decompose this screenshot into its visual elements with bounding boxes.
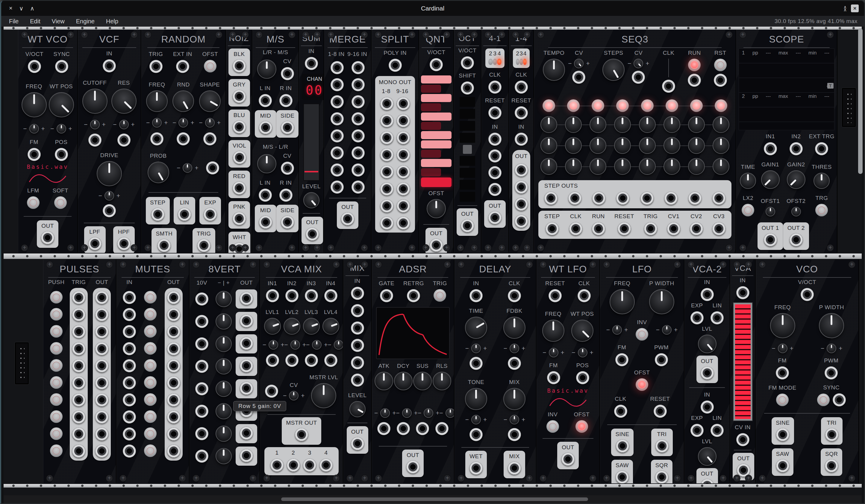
jack-port[interactable] [88,133,102,146]
row-2-out-port[interactable] [240,314,253,327]
atk-knob[interactable] [374,372,393,390]
horizontal-scrollbar-handle[interactable] [281,497,588,501]
saw-port-box[interactable]: SAW [611,460,633,483]
octave-step[interactable] [460,168,475,178]
out-port-box[interactable]: OUT [426,228,447,253]
smth-port-box[interactable]: SMTH [151,228,177,253]
row-3-out-box[interactable] [235,334,257,353]
steps-knob[interactable] [602,59,625,81]
trim-knob[interactable] [29,124,39,133]
row-1-out-port[interactable] [240,292,253,305]
out-13-port[interactable] [380,199,393,212]
jack-8-port[interactable] [95,410,108,423]
trim-knob[interactable] [510,415,519,424]
gain1-knob[interactable] [761,170,780,189]
step-outs-4-port[interactable] [616,191,630,205]
step-outs-1-port[interactable] [544,191,557,205]
in-16-port[interactable] [351,180,365,194]
step-outs-3-port[interactable] [592,191,606,205]
trim-knob[interactable] [178,118,188,128]
jack-7-port[interactable] [72,393,85,407]
reset-port[interactable] [515,106,528,119]
step-port[interactable] [545,222,559,235]
cv-in-port[interactable] [736,433,749,446]
trim-knob[interactable] [90,120,100,129]
jack-port[interactable] [266,354,279,367]
jack-10-port[interactable] [95,444,108,458]
clk-port[interactable] [488,81,501,94]
jack-port[interactable] [377,422,390,435]
jack-7-port[interactable] [95,393,108,407]
jack-8-port[interactable] [167,410,180,423]
step-3-knob[interactable] [590,158,606,175]
exp-port[interactable] [690,311,704,325]
fm-mode-button[interactable] [776,394,789,406]
p-width-knob[interactable] [819,313,844,338]
lx2-button[interactable] [742,204,754,216]
jack-9-port[interactable] [95,427,108,441]
step-outs-6-port[interactable] [665,191,678,205]
jack-port[interactable] [435,422,449,435]
clk-port[interactable] [578,289,591,302]
exp-port-box[interactable]: EXP [199,197,221,224]
fm-port[interactable] [776,366,789,379]
channel-4-led[interactable] [523,59,527,65]
jack-port[interactable] [305,354,318,367]
out-10-port[interactable] [397,165,410,178]
ext-in-port[interactable] [176,60,189,73]
row-10-port[interactable] [123,444,136,458]
jack-8-port[interactable] [72,410,85,423]
side-port[interactable] [281,121,294,134]
row-1-out-box[interactable] [235,290,257,308]
lvl-knob[interactable] [698,447,716,466]
pos-port[interactable] [576,371,589,384]
black-key[interactable] [421,122,441,130]
cv1-port[interactable] [667,222,680,235]
trigger-marker[interactable]: T [827,83,833,89]
jack-port[interactable] [150,132,163,145]
row-2-gain-knob[interactable] [216,313,232,329]
trim-knob[interactable] [152,118,162,128]
soft-button[interactable] [54,196,67,209]
step-1-knob[interactable] [540,137,557,154]
jack-port[interactable] [351,304,364,317]
row-2-button[interactable] [50,308,62,320]
in-1-port[interactable] [331,61,344,74]
saw-port-box[interactable]: SAW [772,448,794,476]
vertical-scrollbar-handle[interactable] [858,28,863,174]
wet-port[interactable] [470,461,483,475]
step-2-knob[interactable] [565,137,582,154]
black-key[interactable] [421,150,441,158]
row-5-out-port[interactable] [240,382,253,395]
prob-knob[interactable] [148,162,169,183]
jack-port[interactable] [488,166,501,179]
wht-port-box[interactable]: WHT [229,232,250,253]
row-5-port[interactable] [123,359,136,372]
trim-knob[interactable] [510,343,519,353]
jack-port[interactable] [206,161,219,175]
out-port-box[interactable]: OUT [301,217,323,244]
jack-10-port[interactable] [72,444,85,458]
fm-port[interactable] [547,371,560,384]
4-port[interactable] [320,458,333,472]
v-oct-port[interactable] [28,60,41,73]
tri-port-box[interactable]: TRI [651,429,673,456]
mix-knob[interactable] [503,388,526,410]
fm-port[interactable] [27,148,41,161]
lvl2-knob[interactable] [284,318,300,335]
side-port-box[interactable]: SIDE [276,205,299,232]
gain2-knob[interactable] [787,170,805,189]
run-button[interactable] [688,59,701,71]
in-port[interactable] [305,57,318,70]
fdbk-knob[interactable] [503,317,526,339]
jack-port[interactable] [351,374,364,387]
trig-port-box[interactable]: TRIG [193,228,215,253]
blu-port-box[interactable]: BLU [229,109,250,137]
step-6-knob[interactable] [664,137,680,154]
trim-knob[interactable] [634,59,643,68]
step-3-knob[interactable] [590,137,606,154]
menu-engine[interactable]: Engine [76,18,95,25]
inv-button[interactable] [636,328,648,341]
in-port[interactable] [701,400,714,414]
row-5-button[interactable] [144,359,157,372]
